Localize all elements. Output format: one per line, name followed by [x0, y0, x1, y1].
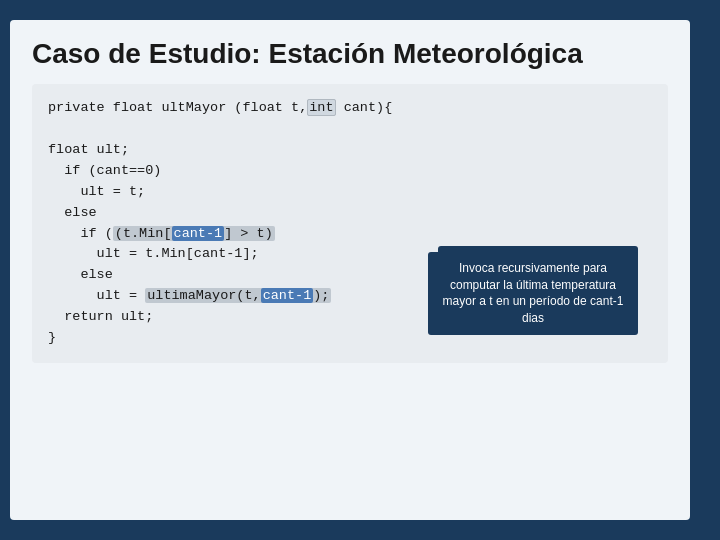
code-line-5: ult = t;: [48, 182, 652, 203]
tooltip-invoca: Invoca recursivamente para computar la ú…: [428, 252, 638, 335]
main-content: Caso de Estudio: Estación Meteorológica …: [10, 20, 690, 520]
code-line-3: float ult;: [48, 140, 652, 161]
int-highlight: int: [307, 99, 335, 116]
code-block: private float ultMayor (float t,int cant…: [48, 98, 652, 349]
code-line-2: [48, 119, 652, 140]
cant-minus-1-highlight-2: cant-1: [261, 288, 314, 303]
code-line-1: private float ultMayor (float t,int cant…: [48, 98, 652, 119]
code-line-6: else: [48, 203, 652, 224]
ultima-mayor-highlight: ultimaMayor(t,cant-1);: [145, 288, 331, 303]
code-area: private float ultMayor (float t,int cant…: [32, 84, 668, 363]
slide: Caso de Estudio: Estación Meteorológica …: [0, 0, 720, 540]
page-title: Caso de Estudio: Estación Meteorológica: [32, 38, 668, 70]
tmin-highlight: (t.Min[cant-1] > t): [113, 226, 275, 241]
code-line-7: if ((t.Min[cant-1] > t): [48, 224, 652, 245]
code-line-4: if (cant==0): [48, 161, 652, 182]
cant-minus-1-highlight-1: cant-1: [172, 226, 225, 241]
